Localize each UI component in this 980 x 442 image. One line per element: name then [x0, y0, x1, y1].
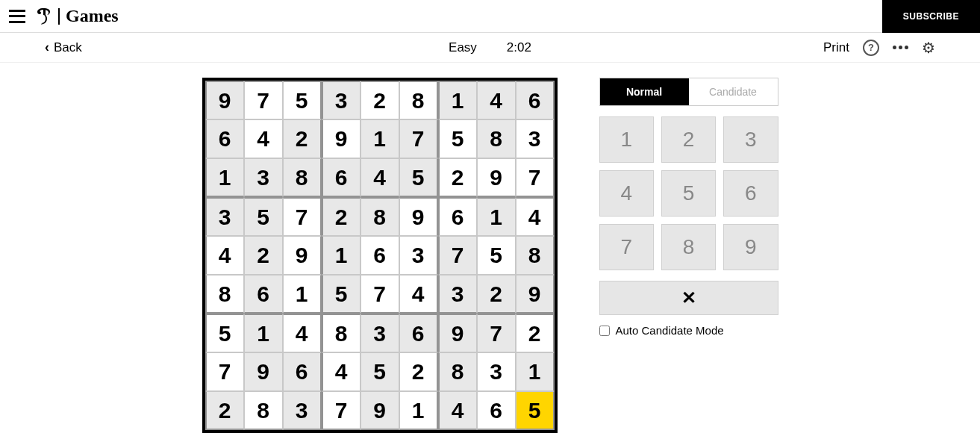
delete-button[interactable]: ✕ [599, 281, 778, 315]
sudoku-cell[interactable]: 9 [244, 352, 283, 391]
sudoku-cell[interactable]: 6 [283, 352, 322, 391]
keypad-2[interactable]: 2 [661, 116, 716, 163]
sudoku-cell[interactable]: 2 [244, 236, 283, 275]
sudoku-cell[interactable]: 5 [205, 314, 244, 352]
sudoku-cell[interactable]: 8 [516, 236, 555, 275]
sudoku-cell[interactable]: 9 [438, 314, 477, 352]
sudoku-cell[interactable]: 5 [399, 158, 438, 197]
sudoku-cell[interactable]: 1 [244, 314, 283, 352]
sudoku-cell[interactable]: 9 [361, 391, 399, 430]
keypad-7[interactable]: 7 [599, 224, 654, 270]
keypad-8[interactable]: 8 [661, 224, 716, 270]
sudoku-cell[interactable]: 6 [477, 391, 516, 430]
keypad-6[interactable]: 6 [723, 170, 778, 217]
sudoku-cell[interactable]: 8 [438, 352, 477, 391]
sudoku-cell[interactable]: 3 [477, 352, 516, 391]
keypad-4[interactable]: 4 [599, 170, 654, 217]
keypad-3[interactable]: 3 [723, 116, 778, 163]
sudoku-cell[interactable]: 6 [244, 275, 283, 314]
sudoku-cell[interactable]: 1 [438, 81, 477, 119]
sudoku-cell[interactable]: 6 [361, 236, 399, 275]
sudoku-cell[interactable]: 7 [322, 391, 361, 430]
sudoku-cell[interactable]: 8 [399, 81, 438, 119]
help-icon[interactable]: ? [863, 40, 879, 56]
sudoku-cell[interactable]: 3 [516, 119, 555, 158]
sudoku-cell[interactable]: 4 [477, 81, 516, 119]
sudoku-cell[interactable]: 7 [244, 81, 283, 119]
sudoku-cell[interactable]: 9 [205, 81, 244, 119]
sudoku-cell[interactable]: 4 [205, 236, 244, 275]
sudoku-cell[interactable]: 2 [283, 119, 322, 158]
sudoku-cell[interactable]: 1 [361, 119, 399, 158]
sudoku-cell[interactable]: 5 [283, 81, 322, 119]
sudoku-cell[interactable]: 2 [205, 391, 244, 430]
sudoku-cell[interactable]: 2 [361, 81, 399, 119]
sudoku-cell[interactable]: 6 [438, 197, 477, 236]
sudoku-cell[interactable]: 4 [244, 119, 283, 158]
keypad-1[interactable]: 1 [599, 116, 654, 163]
sudoku-cell[interactable]: 3 [438, 275, 477, 314]
sudoku-cell[interactable]: 3 [399, 236, 438, 275]
sudoku-cell[interactable]: 6 [399, 314, 438, 352]
sudoku-cell[interactable]: 1 [516, 352, 555, 391]
back-link[interactable]: ‹ Back [45, 40, 82, 55]
sudoku-cell[interactable]: 5 [322, 275, 361, 314]
sudoku-cell[interactable]: 1 [399, 391, 438, 430]
sudoku-cell[interactable]: 5 [438, 119, 477, 158]
sudoku-cell[interactable]: 2 [477, 275, 516, 314]
sudoku-cell[interactable]: 4 [361, 158, 399, 197]
sudoku-cell[interactable]: 6 [516, 81, 555, 119]
sudoku-cell[interactable]: 5 [244, 197, 283, 236]
print-link[interactable]: Print [823, 40, 849, 55]
auto-candidate-toggle[interactable]: Auto Candidate Mode [599, 324, 778, 337]
subscribe-button[interactable]: SUBSCRIBE [882, 0, 980, 33]
sudoku-cell[interactable]: 7 [477, 314, 516, 352]
keypad-5[interactable]: 5 [661, 170, 716, 217]
sudoku-cell[interactable]: 1 [283, 275, 322, 314]
sudoku-cell[interactable]: 8 [205, 275, 244, 314]
sudoku-cell[interactable]: 8 [244, 391, 283, 430]
mode-normal-button[interactable]: Normal [600, 78, 689, 105]
sudoku-cell[interactable]: 3 [283, 391, 322, 430]
sudoku-cell[interactable]: 3 [322, 81, 361, 119]
more-icon[interactable] [893, 46, 908, 49]
sudoku-cell[interactable]: 9 [399, 197, 438, 236]
sudoku-cell[interactable]: 7 [283, 197, 322, 236]
sudoku-cell[interactable]: 7 [399, 119, 438, 158]
sudoku-cell[interactable]: 4 [322, 352, 361, 391]
auto-candidate-checkbox[interactable] [599, 326, 610, 336]
sudoku-cell[interactable]: 2 [516, 314, 555, 352]
sudoku-cell[interactable]: 9 [477, 158, 516, 197]
sudoku-cell[interactable]: 8 [361, 197, 399, 236]
sudoku-cell[interactable]: 7 [438, 236, 477, 275]
sudoku-cell[interactable]: 4 [438, 391, 477, 430]
sudoku-cell[interactable]: 8 [283, 158, 322, 197]
sudoku-cell[interactable]: 9 [283, 236, 322, 275]
sudoku-cell[interactable]: 2 [399, 352, 438, 391]
sudoku-cell[interactable]: 4 [399, 275, 438, 314]
keypad-9[interactable]: 9 [723, 224, 778, 270]
sudoku-cell[interactable]: 2 [322, 197, 361, 236]
sudoku-cell[interactable]: 4 [283, 314, 322, 352]
mode-candidate-button[interactable]: Candidate [689, 78, 778, 105]
sudoku-cell[interactable]: 7 [361, 275, 399, 314]
settings-gear-icon[interactable]: ⚙ [922, 39, 935, 57]
sudoku-cell[interactable]: 1 [322, 236, 361, 275]
sudoku-cell[interactable]: 4 [516, 197, 555, 236]
sudoku-cell[interactable]: 1 [477, 197, 516, 236]
sudoku-cell[interactable]: 9 [516, 275, 555, 314]
sudoku-cell[interactable]: 6 [322, 158, 361, 197]
sudoku-cell[interactable]: 7 [205, 352, 244, 391]
sudoku-cell[interactable]: 7 [516, 158, 555, 197]
sudoku-cell[interactable]: 6 [205, 119, 244, 158]
sudoku-cell[interactable]: 8 [477, 119, 516, 158]
sudoku-cell[interactable]: 8 [322, 314, 361, 352]
sudoku-cell[interactable]: 3 [244, 158, 283, 197]
nyt-games-logo[interactable]: Games [34, 6, 119, 26]
hamburger-menu-icon[interactable] [9, 10, 25, 23]
sudoku-cell[interactable]: 2 [438, 158, 477, 197]
sudoku-cell[interactable]: 5 [361, 352, 399, 391]
sudoku-cell[interactable]: 5 [477, 236, 516, 275]
sudoku-cell[interactable]: 9 [322, 119, 361, 158]
sudoku-cell[interactable]: 3 [205, 197, 244, 236]
